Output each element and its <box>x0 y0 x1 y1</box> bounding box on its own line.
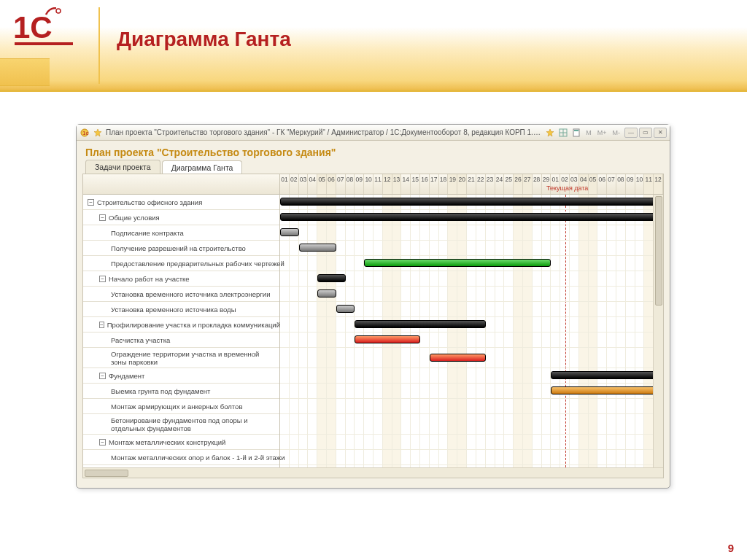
gantt-bar[interactable] <box>280 228 299 236</box>
task-list: −Строительство офисного здания−Общие усл… <box>83 195 280 467</box>
timeline-day: 10 <box>364 174 374 194</box>
gantt-bar[interactable] <box>551 386 663 394</box>
gantt-bar[interactable] <box>280 198 663 206</box>
window-title: План проекта "Строительство торгового зд… <box>106 128 542 136</box>
task-label: Установка временного источника воды <box>111 306 236 314</box>
task-label: Предоставление предварительных рабочих ч… <box>111 260 285 268</box>
gantt-bar[interactable] <box>430 354 486 362</box>
grid-icon[interactable] <box>558 128 568 138</box>
timeline-day: 13 <box>392 174 402 194</box>
task-row[interactable]: Подписание контракта <box>83 225 279 241</box>
calc-icon[interactable] <box>571 128 581 138</box>
timeline-day: 07 <box>607 174 616 194</box>
mem-m[interactable]: M <box>584 129 593 136</box>
timeline-day: 18 <box>439 174 449 194</box>
timeline-day: 10 <box>635 174 645 194</box>
expand-toggle[interactable]: − <box>99 214 106 221</box>
task-label: Монтаж армирующих и анкерных болтов <box>111 402 242 411</box>
gantt-header: 0102030405060708091011121314151617181920… <box>83 174 663 195</box>
timeline-header: 0102030405060708091011121314151617181920… <box>280 174 663 194</box>
expand-toggle[interactable]: − <box>99 373 106 379</box>
svg-text:1C: 1C <box>13 10 53 44</box>
timeline-day: 07 <box>336 174 346 194</box>
task-label: Общие условия <box>109 214 160 222</box>
task-label: Бетонирование фундаментов под опоры и от… <box>111 416 276 432</box>
star-icon[interactable] <box>93 128 103 138</box>
task-label: Получение разрешений на строительство <box>111 244 246 252</box>
timeline-day: 27 <box>523 174 533 194</box>
gantt-bar[interactable] <box>317 274 345 282</box>
expand-toggle[interactable]: − <box>88 199 94 206</box>
maximize-button[interactable]: ▭ <box>639 128 652 138</box>
current-date-label: Текущая дата <box>546 184 588 192</box>
timeline-day: 14 <box>401 174 411 194</box>
timeline-day: 19 <box>448 174 457 194</box>
gantt-bar[interactable] <box>336 305 355 313</box>
timeline-day: 05 <box>317 174 327 194</box>
timeline-day: 25 <box>504 174 514 194</box>
header-accent-bar <box>0 58 50 86</box>
gantt-bar[interactable] <box>551 371 663 379</box>
task-row[interactable]: −Монтаж металлических конструкций <box>83 435 279 450</box>
task-row[interactable]: Монтаж металлических опор и балок - 1-й … <box>83 450 279 465</box>
app-icon: 1c <box>80 128 90 138</box>
task-row[interactable]: Выемка грунта под фундамент <box>83 384 279 399</box>
gantt-bar[interactable] <box>355 320 485 328</box>
gantt-bars-area <box>280 195 663 467</box>
expand-toggle[interactable]: − <box>99 439 106 446</box>
mem-mplus[interactable]: M+ <box>596 129 608 136</box>
tab-tasks[interactable]: Задачи проекта <box>85 160 160 174</box>
task-column-header <box>83 174 280 194</box>
tabs: Задачи проекта Диаграмма Ганта <box>77 160 670 174</box>
gantt-bar[interactable] <box>299 244 336 252</box>
task-row[interactable]: −Фундамент <box>83 368 279 384</box>
close-button[interactable]: ✕ <box>654 128 667 138</box>
timeline-day: 22 <box>476 174 486 194</box>
task-row[interactable]: −Строительство офисного здания <box>83 195 279 210</box>
timeline-day: 09 <box>355 174 364 194</box>
vertical-scrollbar[interactable] <box>653 195 663 467</box>
timeline-day: 11 <box>644 174 654 194</box>
slide-header: 1C Диаграмма Ганта <box>0 0 747 92</box>
minimize-button[interactable]: — <box>624 128 638 138</box>
task-row[interactable]: Предоставление предварительных рабочих ч… <box>83 256 279 271</box>
task-row[interactable]: −Профилирование участка и прокладка комм… <box>83 317 279 332</box>
task-row[interactable]: Установка временного источника воды <box>83 302 279 317</box>
svg-marker-5 <box>546 129 554 136</box>
task-row[interactable]: −Начало работ на участке <box>83 271 279 287</box>
timeline-day: 08 <box>616 174 626 194</box>
gantt-chart: 0102030405060708091011121314151617181920… <box>82 174 664 478</box>
app-window: 1c План проекта "Строительство торгового… <box>76 124 670 489</box>
tab-gantt[interactable]: Диаграмма Ганта <box>162 160 243 174</box>
svg-marker-4 <box>94 129 101 136</box>
task-label: Выемка грунта под фундамент <box>111 387 210 395</box>
task-label: Монтаж металлических конструкций <box>109 438 225 446</box>
timeline-day: 09 <box>626 174 635 194</box>
timeline-day: 24 <box>495 174 505 194</box>
gantt-bar[interactable] <box>364 259 551 267</box>
slide-title: Диаграмма Ганта <box>117 28 291 51</box>
expand-toggle[interactable]: − <box>99 276 106 282</box>
gantt-bar[interactable] <box>355 335 420 343</box>
task-label: Начало работ на участке <box>109 275 190 283</box>
mem-mminus[interactable]: M- <box>611 129 622 136</box>
star-icon-2[interactable] <box>545 128 555 138</box>
task-row[interactable]: −Общие условия <box>83 210 279 225</box>
gantt-bar[interactable] <box>280 213 663 221</box>
timeline-day: 06 <box>327 174 336 194</box>
horizontal-scrollbar[interactable] <box>83 467 663 478</box>
task-label: Профилирование участка и прокладка комму… <box>107 321 280 329</box>
task-row[interactable]: Ограждение территории участка и временно… <box>83 348 279 368</box>
task-row[interactable]: Установка временного источника электроэн… <box>83 287 279 302</box>
task-label: Подписание контракта <box>111 229 184 237</box>
titlebar: 1c План проекта "Строительство торгового… <box>77 125 670 141</box>
expand-toggle[interactable]: − <box>99 322 104 328</box>
task-row[interactable]: Бетонирование фундаментов под опоры и от… <box>83 414 279 435</box>
gantt-bar[interactable] <box>317 289 336 298</box>
task-row[interactable]: Монтаж армирующих и анкерных болтов <box>83 399 279 414</box>
timeline-day: 12 <box>383 174 392 194</box>
task-label: Строительство офисного здания <box>97 198 202 206</box>
header-divider <box>98 7 100 84</box>
task-row[interactable]: Получение разрешений на строительство <box>83 241 279 256</box>
task-row[interactable]: Расчистка участка <box>83 332 279 348</box>
